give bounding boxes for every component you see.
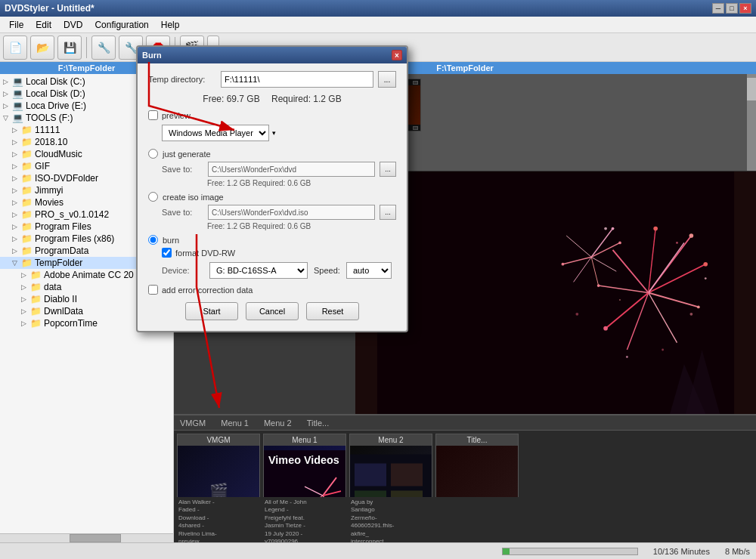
create-iso-section: create iso image Save to: ... Free: 1.2 … <box>148 192 396 230</box>
temp-dir-input[interactable] <box>221 71 373 88</box>
add-error-label: add error correction data <box>162 286 253 295</box>
create-iso-label: create iso image <box>163 193 224 202</box>
just-generate-options: Save to: ... Free: 1.2 GB Required: 0.6 … <box>162 162 396 187</box>
free-req-2: Free: 1.2 GB Required: 0.6 GB <box>207 222 396 230</box>
dialog-title-bar: Burn × <box>138 47 407 63</box>
format-dvdrw-row: format DVD-RW <box>162 248 396 258</box>
burn-dialog: Burn × Temp directory: ... Free: 69.7 GB… <box>136 45 408 332</box>
preview-checkbox[interactable] <box>148 110 158 120</box>
dropdown-arrow-icon: ▾ <box>272 129 276 137</box>
iso-save-input[interactable] <box>208 205 375 220</box>
dialog-close-button[interactable]: × <box>392 50 402 60</box>
create-iso-radio[interactable] <box>148 192 158 202</box>
add-error-row: add error correction data <box>148 285 396 295</box>
add-error-checkbox[interactable] <box>148 285 158 295</box>
burn-radio[interactable] <box>148 235 158 245</box>
format-dvdrw-checkbox[interactable] <box>162 248 172 258</box>
player-dropdown-row: Windows Media Player VLC Other ▾ <box>162 125 396 141</box>
free-label: Free: 69.7 GB <box>203 94 259 104</box>
burn-options: format DVD-RW Device: G: BD-C16SS-A Spee… <box>162 248 396 279</box>
just-generate-radio-row: just generate <box>148 149 396 159</box>
temp-dir-browse[interactable]: ... <box>378 71 396 88</box>
start-button[interactable]: Start <box>185 302 238 320</box>
just-generate-radio[interactable] <box>148 149 158 159</box>
dialog-overlay: Burn × Temp directory: ... Free: 69.7 GB… <box>0 0 756 559</box>
iso-browse[interactable]: ... <box>380 205 396 220</box>
save-to-row: Save to: ... <box>162 162 396 177</box>
burn-label: burn <box>163 236 179 245</box>
player-select[interactable]: Windows Media Player VLC Other <box>162 125 269 141</box>
required-label: Required: 1.2 GB <box>271 94 342 104</box>
device-row: Device: G: BD-C16SS-A Speed: auto 2x 4x … <box>162 262 396 279</box>
just-generate-label: just generate <box>163 150 211 159</box>
temp-dir-label: Temp directory: <box>148 75 216 84</box>
preview-label: preview <box>162 111 191 120</box>
dialog-buttons: Start Cancel Reset <box>148 302 396 323</box>
dialog-title: Burn <box>142 51 162 60</box>
cancel-button[interactable]: Cancel <box>246 302 299 320</box>
device-select[interactable]: G: BD-C16SS-A <box>209 262 308 279</box>
speed-select[interactable]: auto 2x 4x 8x <box>346 262 392 279</box>
dialog-body: Temp directory: ... Free: 69.7 GB Requir… <box>138 63 407 331</box>
create-iso-options: Save to: ... Free: 1.2 GB Required: 0.6 … <box>162 205 396 230</box>
just-generate-section: just generate Save to: ... Free: 1.2 GB … <box>148 149 396 187</box>
device-label: Device: <box>162 266 203 275</box>
save-to-browse[interactable]: ... <box>380 162 396 177</box>
free-req-1: Free: 1.2 GB Required: 0.6 GB <box>207 179 396 187</box>
format-dvdrw-label: format DVD-RW <box>175 249 235 258</box>
temp-dir-row: Temp directory: ... <box>148 71 396 88</box>
iso-save-label: Save to: <box>162 208 203 217</box>
iso-save-row: Save to: ... <box>162 205 396 220</box>
speed-label: Speed: <box>314 266 340 275</box>
create-iso-radio-row: create iso image <box>148 192 396 202</box>
preview-checkbox-row: preview <box>148 110 396 120</box>
save-to-label: Save to: <box>162 165 203 174</box>
save-to-input[interactable] <box>208 162 375 177</box>
burn-section: burn format DVD-RW Device: G: BD-C16SS-A <box>148 235 396 279</box>
burn-radio-row: burn <box>148 235 396 245</box>
reset-button[interactable]: Reset <box>306 302 359 320</box>
free-required: Free: 69.7 GB Required: 1.2 GB <box>148 94 396 104</box>
